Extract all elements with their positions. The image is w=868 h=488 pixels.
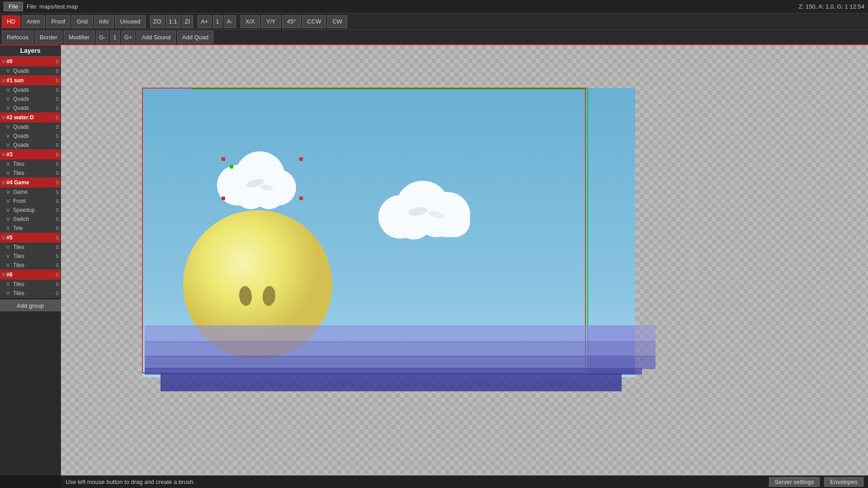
server-settings-button[interactable]: Server settings — [769, 477, 820, 487]
layer-item[interactable]: V Tiles S — [0, 243, 61, 252]
layer-group-5[interactable]: V #5 S — [0, 233, 61, 243]
layer-item[interactable]: V Tiles S — [0, 261, 61, 270]
group0-visibility[interactable]: V — [2, 59, 5, 64]
layer-g6-0-visibility[interactable]: V — [6, 282, 12, 287]
layer-g4-3-settings[interactable]: S — [56, 216, 59, 222]
layer-item[interactable]: V Quads S — [0, 122, 61, 131]
group3-settings[interactable]: S — [56, 152, 59, 157]
layer-item[interactable]: V Tiles S — [0, 280, 61, 289]
layer-g6-1-settings[interactable]: S — [56, 291, 59, 296]
anim-button[interactable]: Anim — [22, 15, 45, 28]
deg45-button[interactable]: 45° — [282, 15, 301, 28]
add-sound-button[interactable]: Add Sound — [137, 31, 175, 43]
aminus-button[interactable]: A- — [224, 15, 236, 28]
layer-group-2[interactable]: V #2 water:D S — [0, 113, 61, 122]
layer-item[interactable]: V Game S — [0, 188, 61, 197]
group6-settings[interactable]: S — [56, 272, 59, 277]
layer-g4-4-settings[interactable]: S — [56, 225, 59, 231]
group1-visibility[interactable]: V — [2, 78, 5, 83]
ccw-button[interactable]: CCW — [302, 15, 326, 28]
aplus-button[interactable]: A+ — [198, 15, 211, 28]
layer-item[interactable]: V Quads S — [0, 103, 61, 113]
layer-g4-2-settings[interactable]: S — [56, 207, 59, 213]
xx-button[interactable]: X/X — [241, 15, 260, 28]
group2-visibility[interactable]: V — [2, 115, 5, 120]
layer-g4-2-visibility[interactable]: V — [6, 207, 12, 213]
layer-g4-0-settings[interactable]: S — [56, 189, 59, 195]
group3-visibility[interactable]: V — [2, 152, 5, 157]
layer-g2-0-settings[interactable]: S — [56, 124, 59, 130]
layer-g1-1-visibility[interactable]: V — [6, 96, 12, 102]
layer-g3-1-settings[interactable]: S — [56, 170, 59, 176]
group4-visibility[interactable]: V — [2, 180, 5, 185]
layer-g4-1-settings[interactable]: S — [56, 198, 59, 204]
layer-g1-2-settings[interactable]: S — [56, 105, 59, 111]
group2-settings[interactable]: S — [56, 115, 59, 120]
layer-item[interactable]: V Front S — [0, 197, 61, 206]
layer-item[interactable]: V Tiles S — [0, 160, 61, 169]
grid-button[interactable]: Grid — [71, 15, 93, 28]
layer-g4-3-visibility[interactable]: V — [6, 216, 12, 222]
refocus-button[interactable]: Refocus — [2, 31, 33, 43]
layer-g3-0-visibility[interactable]: V — [6, 161, 12, 167]
layer-g2-0-visibility[interactable]: V — [6, 124, 12, 130]
group5-settings[interactable]: S — [56, 235, 59, 240]
layer-g5-0-visibility[interactable]: V — [6, 244, 12, 250]
layer-g5-1-settings[interactable]: S — [56, 253, 59, 259]
layer-g0-0-visibility[interactable]: V — [6, 68, 12, 74]
layer-item[interactable]: V Tiles S — [0, 289, 61, 298]
info-button[interactable]: Info — [94, 15, 114, 28]
layer-item[interactable]: V Quads S — [0, 94, 61, 103]
layer-g4-1-visibility[interactable]: V — [6, 198, 12, 204]
add-quad-button[interactable]: Add Quad — [177, 31, 214, 43]
layer-item[interactable]: V Tele S — [0, 224, 61, 233]
layer-group-6[interactable]: V #6 S — [0, 270, 61, 280]
gminus-button[interactable]: G- — [96, 31, 108, 43]
layer-g4-0-visibility[interactable]: V — [6, 189, 12, 195]
layer-g1-2-visibility[interactable]: V — [6, 105, 12, 111]
border-button[interactable]: Border — [35, 31, 62, 43]
layer-group-3[interactable]: V #3 S — [0, 150, 61, 160]
layer-g0-0-settings[interactable]: S — [56, 68, 59, 74]
layer-g1-1-settings[interactable]: S — [56, 96, 59, 102]
layer-g1-0-settings[interactable]: S — [56, 87, 59, 93]
layer-g3-0-settings[interactable]: S — [56, 161, 59, 167]
layer-group-0[interactable]: V #0 S — [0, 56, 61, 66]
layer-item[interactable]: V Quads S — [0, 131, 61, 141]
layer-g4-4-visibility[interactable]: V — [6, 225, 12, 231]
layer-g6-0-settings[interactable]: S — [56, 282, 59, 287]
layer-item[interactable]: V Tiles S — [0, 169, 61, 178]
gplus-button[interactable]: G+ — [121, 31, 136, 43]
layer-g5-0-settings[interactable]: S — [56, 244, 59, 250]
layer-g2-2-settings[interactable]: S — [56, 142, 59, 148]
yy-button[interactable]: Y/Y — [261, 15, 281, 28]
zo-button[interactable]: ZO — [150, 15, 165, 28]
layer-g2-2-visibility[interactable]: V — [6, 142, 12, 148]
group0-settings[interactable]: S — [56, 59, 59, 64]
layer-item[interactable]: V Switch S — [0, 215, 61, 224]
layer-g2-1-visibility[interactable]: V — [6, 133, 12, 139]
layer-g6-1-visibility[interactable]: V — [6, 291, 12, 296]
file-menu-button[interactable]: File — [4, 2, 23, 11]
layer-item[interactable]: V Quads S — [0, 66, 61, 75]
group1-settings[interactable]: S — [56, 78, 59, 83]
zi-button[interactable]: ZI — [182, 15, 193, 28]
layer-item[interactable]: V Tiles S — [0, 252, 61, 261]
group6-visibility[interactable]: V — [2, 272, 5, 277]
modifier-button[interactable]: Modifier — [64, 31, 94, 43]
cw-button[interactable]: CW — [327, 15, 347, 28]
layer-g1-0-visibility[interactable]: V — [6, 87, 12, 93]
proof-button[interactable]: Proof — [46, 15, 70, 28]
unused-button[interactable]: Unused — [115, 15, 146, 28]
canvas-area[interactable] — [61, 45, 868, 475]
layer-g2-1-settings[interactable]: S — [56, 133, 59, 139]
zoom11-button[interactable]: 1:1 — [166, 15, 180, 28]
layer-item[interactable]: V Quads S — [0, 141, 61, 150]
layer-g5-2-settings[interactable]: S — [56, 263, 59, 268]
layer-g5-1-visibility[interactable]: V — [6, 253, 12, 259]
add-group-button[interactable]: Add group — [0, 300, 61, 311]
layer-g5-2-visibility[interactable]: V — [6, 263, 12, 268]
layer-group-4[interactable]: V #4 Game S — [0, 178, 61, 188]
layer-item[interactable]: V Quads S — [0, 85, 61, 94]
envelopes-button[interactable]: Envelopes — [824, 477, 863, 487]
